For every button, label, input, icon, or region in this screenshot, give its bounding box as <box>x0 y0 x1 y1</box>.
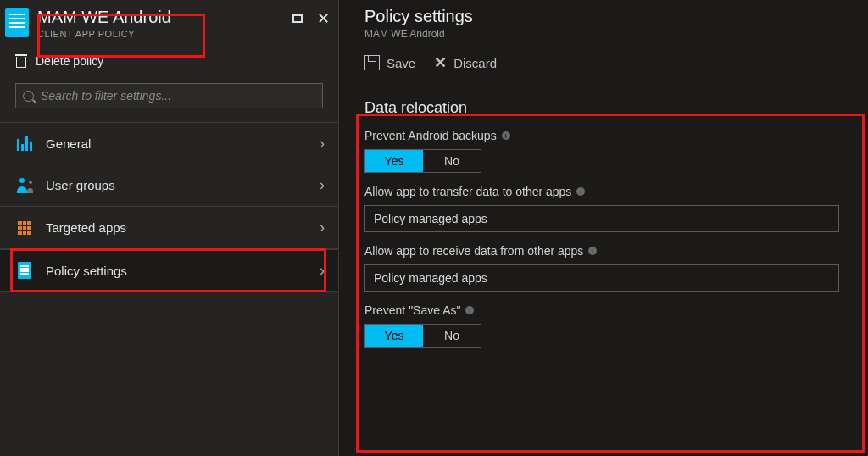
select-value: Policy managed apps <box>374 271 487 285</box>
action-bar: Save ✕ Discard <box>364 55 868 70</box>
discard-button[interactable]: ✕ Discard <box>434 55 497 70</box>
close-button[interactable]: ✕ <box>316 12 330 25</box>
chevron-right-icon: › <box>320 219 325 236</box>
nav-item-user-groups[interactable]: User groups › <box>0 164 338 207</box>
search-icon <box>23 91 34 102</box>
policy-doc-icon <box>5 8 29 37</box>
nav-label: General <box>46 136 308 151</box>
blade-subtitle: CLIENT APP POLICY <box>37 29 291 39</box>
policy-doc-icon <box>15 262 34 279</box>
select-value: Policy managed apps <box>374 212 487 225</box>
search-input[interactable] <box>41 89 315 103</box>
search-box[interactable] <box>15 83 323 108</box>
apps-grid-icon <box>15 220 34 236</box>
page-subtitle: MAM WE Android <box>364 28 868 40</box>
left-panel: MAM WE Android CLIENT APP POLICY ✕ Delet… <box>0 0 339 456</box>
chevron-right-icon: › <box>320 135 325 153</box>
setting-label-prevent-backups: Prevent Android backups i <box>364 129 851 142</box>
toggle-no[interactable]: No <box>423 150 481 172</box>
setting-label-receive-data: Allow app to receive data from other app… <box>364 244 851 258</box>
nav-label: User groups <box>46 178 308 192</box>
blade-header: MAM WE Android CLIENT APP POLICY ✕ <box>0 0 338 42</box>
right-panel: Policy settings MAM WE Android Save ✕ Di… <box>339 0 868 456</box>
select-receive-data[interactable]: Policy managed apps <box>364 264 839 292</box>
sliders-icon <box>15 135 34 152</box>
nav-item-general[interactable]: General › <box>0 122 338 164</box>
maximize-button[interactable] <box>291 12 304 25</box>
nav-label: Targeted apps <box>46 220 308 235</box>
blade-title: MAM WE Android <box>37 7 291 27</box>
nav-item-targeted-apps[interactable]: Targeted apps › <box>0 207 338 249</box>
chevron-right-icon: › <box>320 176 325 194</box>
nav-item-policy-settings[interactable]: Policy settings › <box>0 249 338 292</box>
trash-icon <box>15 54 27 68</box>
save-label: Save <box>387 56 415 70</box>
toggle-yes[interactable]: Yes <box>365 325 423 347</box>
settings-body: Data relocation Prevent Android backups … <box>364 99 868 348</box>
toggle-prevent-save-as[interactable]: Yes No <box>364 324 481 348</box>
nav-label: Policy settings <box>46 264 308 278</box>
delete-label: Delete policy <box>36 54 103 68</box>
nav-list: General › User groups › Targeted apps › … <box>0 122 338 292</box>
discard-label: Discard <box>453 56 497 70</box>
section-title: Data relocation <box>364 99 851 117</box>
save-icon <box>364 55 380 70</box>
close-icon: ✕ <box>434 55 447 70</box>
toggle-prevent-backups[interactable]: Yes No <box>364 149 481 173</box>
delete-policy-button[interactable]: Delete policy <box>0 42 338 81</box>
info-icon[interactable]: i <box>502 131 510 140</box>
setting-label-prevent-save-as: Prevent "Save As" i <box>364 303 851 317</box>
info-icon[interactable]: i <box>576 187 585 196</box>
toggle-yes[interactable]: Yes <box>365 150 423 172</box>
users-icon <box>15 177 34 194</box>
setting-label-transfer-data: Allow app to transfer data to other apps… <box>364 185 851 198</box>
page-title: Policy settings <box>364 7 868 26</box>
select-transfer-data[interactable]: Policy managed apps <box>364 205 839 232</box>
save-button[interactable]: Save <box>364 55 415 70</box>
chevron-right-icon: › <box>320 262 325 280</box>
toggle-no[interactable]: No <box>423 325 481 347</box>
info-icon[interactable]: i <box>588 247 597 255</box>
info-icon[interactable]: i <box>465 306 474 314</box>
